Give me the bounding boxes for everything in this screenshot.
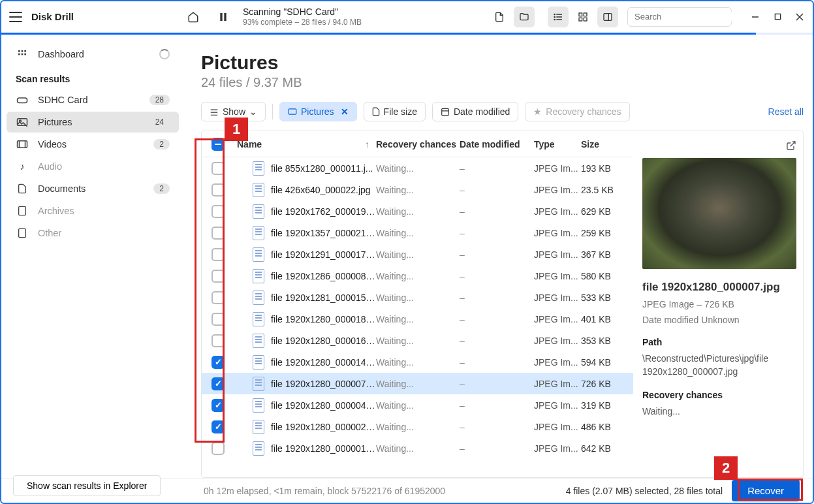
- row-size: 193 KB: [581, 163, 633, 174]
- row-size: 367 KB: [581, 249, 633, 260]
- sidebar-item-videos[interactable]: Videos 2: [7, 134, 179, 155]
- row-datemod: –: [460, 185, 534, 195]
- row-size: 726 KB: [581, 379, 633, 389]
- row-checkbox[interactable]: [211, 227, 225, 240]
- table-row[interactable]: file 1920x1291_000017.... Waiting... – J…: [202, 244, 633, 265]
- row-checkbox[interactable]: [211, 334, 225, 347]
- reset-filters-link[interactable]: Reset all: [768, 106, 804, 117]
- recover-button[interactable]: Recover: [732, 480, 800, 501]
- table-row[interactable]: file 855x1280_000011.j... Waiting... – J…: [202, 157, 633, 179]
- svg-rect-25: [24, 54, 26, 55]
- table-row[interactable]: file 1920x1280_000007.... Waiting... – J…: [202, 373, 633, 394]
- file-icon[interactable]: [489, 7, 510, 27]
- row-checkbox[interactable]: [211, 442, 225, 455]
- datemod-filter-chip[interactable]: Date modified: [432, 102, 518, 121]
- sidebar-item-documents[interactable]: Documents 2: [7, 178, 179, 199]
- row-recovery: Waiting...: [376, 292, 460, 303]
- minimize-icon[interactable]: [750, 12, 760, 22]
- table-row[interactable]: file 1920x1280_000016.... Waiting... – J…: [202, 330, 633, 351]
- row-checkbox[interactable]: [211, 377, 225, 390]
- home-icon[interactable]: [183, 7, 204, 27]
- row-recovery: Waiting...: [376, 185, 460, 195]
- svg-rect-12: [604, 13, 612, 20]
- row-checkbox[interactable]: [211, 399, 225, 412]
- file-type-icon: [253, 291, 264, 305]
- col-type[interactable]: Type: [534, 139, 581, 150]
- row-type: JPEG Im...: [534, 443, 581, 454]
- pictures-filter-chip[interactable]: Pictures ✕: [279, 102, 357, 121]
- row-recovery: Waiting...: [376, 379, 460, 389]
- col-size[interactable]: Size: [581, 139, 633, 150]
- row-checkbox[interactable]: [211, 248, 225, 261]
- sidebar-section-header: Scan results: [7, 66, 179, 88]
- row-checkbox[interactable]: [211, 356, 225, 369]
- row-datemod: –: [460, 422, 534, 432]
- show-in-explorer-button[interactable]: Show scan results in Explorer: [13, 475, 161, 496]
- annotation-2: 2: [714, 456, 738, 480]
- table-row[interactable]: file 1920x1280_000018.... Waiting... – J…: [202, 308, 633, 330]
- select-all-checkbox[interactable]: [211, 138, 225, 151]
- row-type: JPEG Im...: [534, 228, 581, 238]
- row-checkbox[interactable]: [211, 183, 225, 197]
- row-recovery: Waiting...: [376, 422, 460, 432]
- row-size: 533 KB: [581, 292, 633, 303]
- col-recovery[interactable]: Recovery chances: [376, 139, 460, 150]
- row-datemod: –: [460, 400, 534, 411]
- row-checkbox[interactable]: [211, 162, 225, 175]
- svg-rect-22: [24, 50, 26, 52]
- table-row[interactable]: file 1920x1280_000001.... Waiting... – J…: [202, 437, 633, 459]
- row-recovery: Waiting...: [376, 206, 460, 217]
- row-recovery: Waiting...: [376, 400, 460, 411]
- row-datemod: –: [460, 163, 534, 174]
- maximize-icon[interactable]: [772, 12, 783, 22]
- col-name[interactable]: Name↑: [234, 139, 376, 150]
- row-checkbox[interactable]: [211, 205, 225, 218]
- sidebar-item-sdhc[interactable]: SDHC Card 28: [7, 89, 179, 110]
- page-subtitle: 24 files / 9.37 MB: [201, 75, 804, 90]
- table-row[interactable]: file 1920x1281_000015.... Waiting... – J…: [202, 287, 633, 308]
- chip-label: File size: [384, 106, 417, 117]
- row-checkbox[interactable]: [211, 420, 225, 433]
- row-datemod: –: [460, 228, 534, 238]
- panel-view-icon[interactable]: [597, 7, 618, 27]
- menu-icon[interactable]: [9, 12, 22, 22]
- grid-view-icon[interactable]: [572, 7, 593, 27]
- close-icon[interactable]: [794, 12, 805, 22]
- svg-rect-21: [22, 50, 23, 52]
- table-row[interactable]: file 1920x1280_000002.... Waiting... – J…: [202, 416, 633, 437]
- folder-icon[interactable]: [514, 7, 535, 27]
- file-type-icon: [253, 269, 264, 283]
- table-row[interactable]: file 1920x1286_000008.... Waiting... – J…: [202, 265, 633, 287]
- list-view-icon[interactable]: [548, 7, 569, 27]
- search-input[interactable]: [627, 7, 732, 27]
- other-icon: [16, 228, 29, 238]
- open-external-icon[interactable]: [786, 140, 796, 153]
- file-type-icon: [253, 247, 264, 262]
- scan-subtitle: 93% complete – 28 files / 94.0 MB: [243, 18, 362, 28]
- col-datemod[interactable]: Date modified: [460, 139, 534, 150]
- sidebar-item-label: Other: [38, 228, 61, 238]
- sidebar-dashboard[interactable]: Dashboard: [7, 44, 179, 65]
- remove-filter-icon[interactable]: ✕: [341, 106, 349, 117]
- row-checkbox[interactable]: [211, 313, 225, 326]
- sidebar-item-label: SDHC Card: [38, 95, 88, 105]
- table-row[interactable]: file 1920x1280_000014.... Waiting... – J…: [202, 351, 633, 373]
- filesize-filter-chip[interactable]: File size: [364, 102, 426, 121]
- table-row[interactable]: file 1920x1280_000004.... Waiting... – J…: [202, 394, 633, 416]
- table-row[interactable]: file 1920x1357_000021.... Waiting... – J…: [202, 222, 633, 244]
- sidebar-item-pictures[interactable]: Pictures 24: [7, 112, 179, 133]
- pause-icon[interactable]: [213, 7, 234, 27]
- preview-datemod: Date modified Unknown: [642, 315, 796, 325]
- table-row[interactable]: file 426x640_000022.jpg Waiting... – JPE…: [202, 179, 633, 200]
- preview-title: file 1920x1280_000007.jpg: [642, 281, 796, 294]
- sidebar-item-other[interactable]: Other: [7, 223, 179, 244]
- row-checkbox[interactable]: [211, 291, 225, 304]
- row-checkbox[interactable]: [211, 270, 225, 283]
- svg-rect-8: [579, 13, 582, 16]
- sidebar-item-audio[interactable]: ♪ Audio: [7, 156, 179, 177]
- svg-rect-37: [289, 109, 296, 114]
- table-row[interactable]: file 1920x1762_000019.... Waiting... – J…: [202, 200, 633, 222]
- recchance-filter-chip[interactable]: ★ Recovery chances: [525, 102, 629, 121]
- scan-title: Scanning "SDHC Card": [243, 6, 362, 18]
- sidebar-item-archives[interactable]: Archives: [7, 200, 179, 221]
